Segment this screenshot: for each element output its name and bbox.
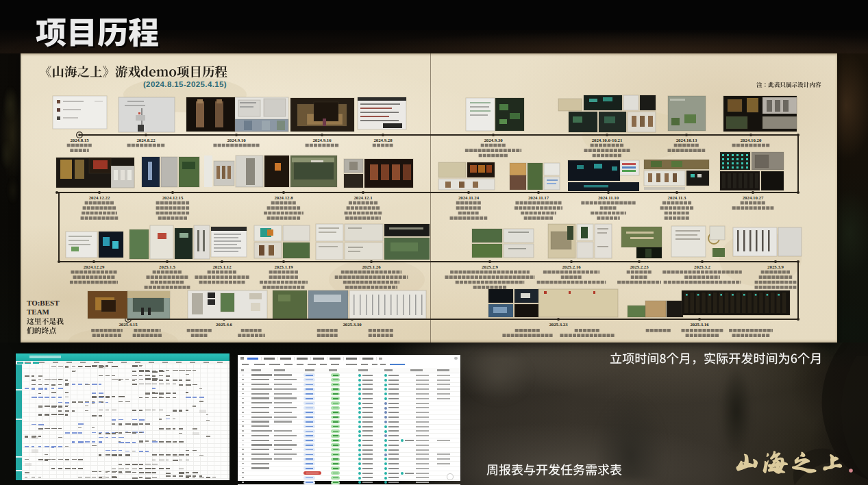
svg-text:2025.3.2: 2025.3.2	[694, 264, 710, 269]
svg-text:TEAM: TEAM	[27, 308, 50, 316]
svg-text:2025.1.12: 2025.1.12	[212, 264, 232, 269]
svg-text:2024.10.13: 2024.10.13	[676, 138, 697, 142]
svg-text:(2024.8.15-2025.4.15): (2024.8.15-2025.4.15)	[143, 80, 227, 88]
svg-text:2025.1.19: 2025.1.19	[274, 264, 293, 269]
svg-text:2024.9.16: 2024.9.16	[312, 138, 332, 142]
svg-text:2024.12.29: 2024.12.29	[84, 264, 105, 269]
svg-text:2024.12.8: 2024.12.8	[274, 195, 293, 200]
svg-text:2024.11.3: 2024.11.3	[668, 195, 686, 200]
svg-text:2024.12.15: 2024.12.15	[162, 195, 184, 200]
svg-text:2025.3.23: 2025.3.23	[549, 322, 568, 327]
svg-text:2024.12.1: 2024.12.1	[354, 195, 373, 200]
svg-text:2024.9.30: 2024.9.30	[484, 138, 503, 142]
svg-text:2025.1.26: 2025.1.26	[362, 264, 381, 269]
svg-text:2024.10.6-10.21: 2024.10.6-10.21	[592, 138, 623, 142]
svg-text:2025.3.30: 2025.3.30	[343, 322, 362, 327]
svg-text:2025.4.6: 2025.4.6	[216, 322, 232, 327]
svg-text:2024.11.10: 2024.11.10	[598, 195, 619, 200]
svg-text:2024.11.17: 2024.11.17	[528, 195, 549, 200]
svg-text:2024.10.20: 2024.10.20	[741, 138, 762, 142]
svg-text:2025.3.9: 2025.3.9	[767, 264, 784, 269]
svg-text:2025.3.16: 2025.3.16	[690, 322, 709, 327]
svg-text:2025.2.9: 2025.2.9	[482, 264, 498, 269]
svg-text:2024.9.10: 2024.9.10	[227, 138, 246, 142]
svg-text:2024.8.22: 2024.8.22	[136, 138, 156, 142]
svg-text:2025.2.16: 2025.2.16	[562, 264, 581, 269]
svg-text:2024.11.24: 2024.11.24	[458, 195, 480, 200]
svg-text:2025.4.15: 2025.4.15	[119, 322, 138, 327]
svg-text:2025.2.23: 2025.2.23	[630, 264, 649, 269]
svg-text:2024.9.28: 2024.9.28	[373, 138, 393, 142]
svg-text:2025.1.5: 2025.1.5	[159, 264, 175, 269]
svg-text:2024.12.22: 2024.12.22	[89, 195, 110, 200]
svg-text:2024.10.27: 2024.10.27	[743, 195, 764, 200]
svg-text:2024.8.15: 2024.8.15	[70, 138, 89, 142]
svg-text:TO:BEST: TO:BEST	[27, 299, 60, 307]
